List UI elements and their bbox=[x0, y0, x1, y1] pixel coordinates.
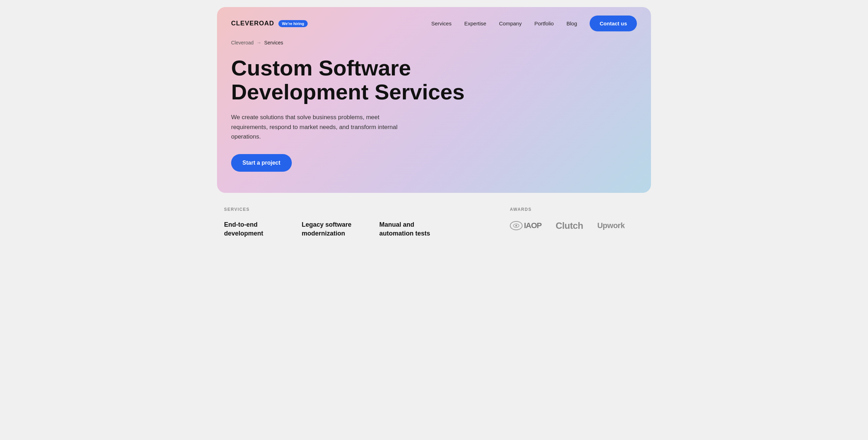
awards-column: AWARDS IAOP Clutch Upwork bbox=[510, 207, 644, 231]
nav-expertise[interactable]: Expertise bbox=[464, 20, 487, 26]
nav-portfolio[interactable]: Portfolio bbox=[534, 20, 554, 26]
services-column: SERVICES End-to-end development Legacy s… bbox=[224, 207, 510, 238]
service-item-3: Manual and automation tests bbox=[379, 220, 436, 238]
services-label: SERVICES bbox=[224, 207, 510, 212]
service-item-2: Legacy software modernization bbox=[302, 220, 358, 238]
nav-links: Services Expertise Company Portfolio Blo… bbox=[431, 16, 637, 31]
awards-logos: IAOP Clutch Upwork bbox=[510, 220, 644, 231]
breadcrumb-current: Services bbox=[264, 40, 283, 45]
hero-content: Custom Software Development Services We … bbox=[217, 56, 651, 193]
breadcrumb-separator: → bbox=[257, 40, 261, 45]
page-wrapper: CLEVEROAD We're hiring Services Expertis… bbox=[217, 7, 651, 238]
upwork-logo: Upwork bbox=[597, 221, 625, 230]
awards-label: AWARDS bbox=[510, 207, 644, 212]
nav-company[interactable]: Company bbox=[499, 20, 522, 26]
logo-text: CLEVEROAD bbox=[231, 20, 274, 27]
clutch-text: Clutch bbox=[556, 220, 583, 231]
hero-title: Custom Software Development Services bbox=[231, 56, 478, 104]
bottom-section: SERVICES End-to-end development Legacy s… bbox=[217, 207, 651, 238]
logo-area: CLEVEROAD We're hiring bbox=[231, 20, 308, 27]
navbar: CLEVEROAD We're hiring Services Expertis… bbox=[217, 7, 651, 40]
hiring-badge: We're hiring bbox=[278, 20, 308, 27]
contact-us-button[interactable]: Contact us bbox=[590, 16, 637, 31]
hero-subtitle: We create solutions that solve business … bbox=[231, 112, 408, 141]
iaop-text: IAOP bbox=[524, 221, 542, 230]
breadcrumb-home[interactable]: Cleveroad bbox=[231, 40, 254, 45]
upwork-text: Upwork bbox=[597, 221, 625, 230]
hero-card: CLEVEROAD We're hiring Services Expertis… bbox=[217, 7, 651, 193]
breadcrumb: Cleveroad → Services bbox=[217, 40, 651, 45]
services-list: End-to-end development Legacy software m… bbox=[224, 220, 510, 238]
iaop-logo: IAOP bbox=[510, 221, 542, 231]
service-item-1: End-to-end development bbox=[224, 220, 281, 238]
iaop-icon bbox=[510, 221, 523, 231]
start-project-button[interactable]: Start a project bbox=[231, 154, 292, 172]
nav-blog[interactable]: Blog bbox=[566, 20, 577, 26]
clutch-logo: Clutch bbox=[556, 220, 583, 231]
svg-point-2 bbox=[516, 225, 517, 227]
nav-services[interactable]: Services bbox=[431, 20, 452, 26]
